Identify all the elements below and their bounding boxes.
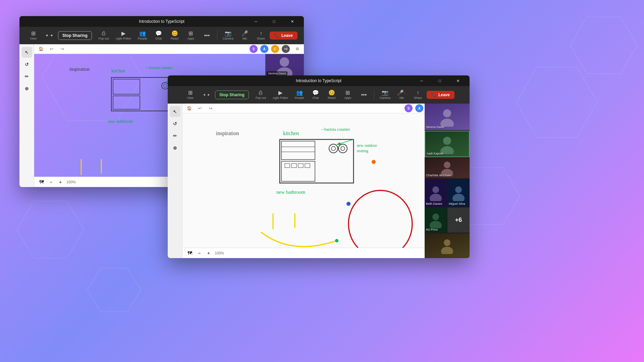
- svg-rect-35: [281, 161, 315, 181]
- zoom-out-btn-front[interactable]: −: [196, 250, 203, 256]
- sep1-back: [217, 31, 217, 40]
- window-controls-front: ─ □ ✕: [414, 75, 466, 86]
- svg-point-42: [338, 144, 347, 153]
- svg-text:new outdoor: new outdoor: [357, 143, 377, 148]
- people-btn-back[interactable]: 👥 People: [135, 29, 150, 42]
- select-tool-back[interactable]: ↖: [21, 47, 32, 58]
- minimize-btn-back[interactable]: ─: [248, 16, 264, 27]
- camera-btn-back[interactable]: 📷 Camera: [220, 29, 236, 42]
- back-nav-front[interactable]: ↩: [196, 104, 204, 112]
- chat-btn-front[interactable]: 💬 Chat: [308, 89, 323, 101]
- back-nav-back[interactable]: ↩: [48, 45, 56, 53]
- svg-point-65: [430, 221, 442, 228]
- svg-rect-36: [285, 164, 290, 168]
- svg-point-66: [444, 239, 450, 246]
- apps-btn-back[interactable]: ⊞ Apps: [183, 29, 198, 42]
- svg-point-56: [443, 137, 451, 145]
- agile-poker-btn-front[interactable]: ▶ Agile Poker: [270, 89, 291, 101]
- map-btn-front[interactable]: 🗺: [186, 250, 193, 256]
- window-title-front: Introduction to TypeScript: [296, 78, 341, 83]
- home-nav-front[interactable]: 🏠: [185, 104, 193, 112]
- svg-text:→barista counter: →barista counter: [145, 65, 173, 70]
- maximize-btn-back[interactable]: □: [266, 16, 282, 27]
- leave-btn-front[interactable]: 📞 Leave: [427, 91, 454, 99]
- titlebar-back: Introduction to TypeScript ─ □ ✕: [19, 16, 304, 27]
- svg-marker-4: [570, 17, 637, 74]
- svg-marker-5: [87, 268, 141, 312]
- stop-sharing-btn-front[interactable]: Stop Sharing: [215, 90, 249, 99]
- people-btn-front[interactable]: 👥 People: [292, 89, 307, 101]
- avatar3-back: C: [270, 44, 280, 54]
- titlebar-front: Introduction to TypeScript ─ □ ✕: [168, 75, 470, 86]
- window-title-back: Introduction to TypeScript: [139, 19, 184, 24]
- more-btn-back[interactable]: •••: [200, 32, 214, 40]
- svg-point-51: [348, 190, 412, 248]
- undo-tool-front[interactable]: ↺: [170, 118, 180, 129]
- camera-btn-front[interactable]: 📷 Camera: [377, 89, 393, 101]
- zoom-in-btn-front[interactable]: +: [205, 250, 212, 256]
- close-btn-front[interactable]: ✕: [450, 75, 466, 86]
- mic-btn-back[interactable]: 🎤✕ Mic: [237, 29, 252, 42]
- forward-nav-back[interactable]: ↪: [58, 45, 66, 53]
- svg-text:inspiration: inspiration: [69, 67, 90, 72]
- pop-out-btn-front[interactable]: ⎙ Pop out: [253, 89, 269, 101]
- pop-out-btn-back[interactable]: ⎙ Pop out: [96, 29, 112, 42]
- topbar-back: 🏠 ↩ ↪ S A C +2 ⚙: [34, 44, 304, 54]
- more-btn-front[interactable]: •••: [357, 91, 371, 99]
- svg-point-41: [331, 146, 335, 150]
- name-miguel-front: Miguel Silva: [449, 202, 465, 205]
- pen-tool-back[interactable]: ✏: [21, 71, 32, 82]
- svg-point-58: [444, 162, 450, 168]
- teams-window-front: Introduction to TypeScript ─ □ ✕ ⊞ View …: [168, 75, 470, 258]
- cursor-btn-back[interactable]: ✦ ✦: [42, 32, 57, 39]
- react-btn-front[interactable]: 😊 React: [324, 89, 339, 101]
- select-tool-front[interactable]: ↖: [170, 106, 180, 117]
- svg-point-12: [162, 82, 168, 89]
- svg-text:new bathroom: new bathroom: [108, 119, 133, 124]
- map-btn-back[interactable]: 🗺: [38, 179, 45, 185]
- svg-point-61: [430, 194, 442, 201]
- avatar1-front: S: [404, 104, 413, 113]
- svg-rect-39: [305, 164, 310, 168]
- chat-btn-back[interactable]: 💬 Chat: [151, 29, 166, 42]
- svg-rect-31: [280, 139, 354, 183]
- home-nav-back[interactable]: 🏠: [37, 45, 45, 53]
- apps-btn-front[interactable]: ⊞ Apps: [340, 89, 355, 101]
- name-charlotte-front: Charlotte de Crum: [426, 174, 451, 177]
- pen-tool-front[interactable]: ✏: [170, 130, 180, 141]
- shape-tool-back[interactable]: ⊕: [21, 83, 32, 94]
- maximize-btn-front[interactable]: □: [432, 75, 447, 86]
- share-btn-back[interactable]: ↑ Share: [254, 29, 268, 42]
- svg-point-40: [329, 144, 338, 153]
- cursor-btn-front[interactable]: ✦ ✦: [199, 92, 214, 98]
- svg-point-24: [280, 57, 289, 67]
- more-participants: +6: [447, 207, 470, 232]
- react-btn-back[interactable]: 😊 React: [167, 29, 182, 42]
- svg-point-60: [432, 186, 439, 193]
- participant-mj-front: MJ Price: [425, 207, 447, 232]
- svg-point-63: [452, 194, 465, 201]
- shape-tool-front[interactable]: ⊕: [170, 142, 180, 153]
- avatar2-front: A: [415, 104, 424, 113]
- tools-sidebar-back: ↖ ↺ ✏ ⊕: [19, 44, 34, 187]
- zoom-level-back: 100%: [66, 180, 76, 184]
- avatar-row-back: S A C +2: [249, 44, 290, 54]
- settings-btn-back[interactable]: ⚙: [293, 45, 301, 53]
- view-btn-back[interactable]: ⊞ View: [26, 29, 41, 42]
- view-btn-front[interactable]: ⊞ View: [183, 89, 198, 101]
- close-btn-back[interactable]: ✕: [284, 16, 300, 27]
- minimize-btn-front[interactable]: ─: [414, 75, 429, 86]
- leave-btn-back[interactable]: 📞 Leave: [270, 32, 298, 40]
- stop-sharing-btn-back[interactable]: Stop Sharing: [58, 31, 92, 40]
- agile-poker-btn-back[interactable]: ▶ Agile Poker: [113, 29, 134, 42]
- forward-nav-front[interactable]: ↪: [207, 104, 215, 112]
- name-aadi-front: Aadi Kapoor: [427, 152, 443, 155]
- zoom-out-btn-back[interactable]: −: [48, 179, 54, 185]
- zoom-in-btn-back[interactable]: +: [57, 179, 64, 185]
- participant-charlotte-front: Charlotte de Crum: [425, 158, 470, 178]
- mic-btn-front[interactable]: 🎤✕ Mic: [394, 89, 409, 101]
- svg-text:new bathroom: new bathroom: [276, 189, 306, 195]
- share-btn-front[interactable]: ↑ Share: [411, 89, 425, 101]
- video-name-serena-back: Serena Davis: [267, 71, 287, 75]
- undo-tool-back[interactable]: ↺: [21, 59, 32, 70]
